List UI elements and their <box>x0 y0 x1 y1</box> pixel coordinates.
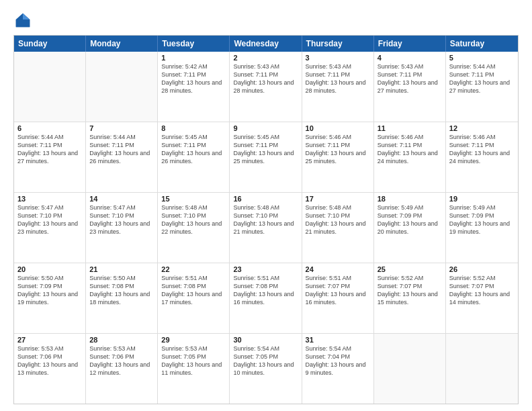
day-number: 20 <box>17 265 82 273</box>
logo-icon <box>13 11 32 30</box>
calendar-cell: 4Sunrise: 5:43 AM Sunset: 7:11 PM Daylig… <box>374 52 446 122</box>
calendar-cell: 22Sunrise: 5:51 AM Sunset: 7:08 PM Dayli… <box>158 263 230 333</box>
calendar-body: 1Sunrise: 5:42 AM Sunset: 7:11 PM Daylig… <box>14 52 518 404</box>
calendar-cell: 25Sunrise: 5:52 AM Sunset: 7:07 PM Dayli… <box>374 263 446 333</box>
day-number: 26 <box>449 265 515 273</box>
day-number: 27 <box>17 336 82 344</box>
cell-info: Sunrise: 5:50 AM Sunset: 7:09 PM Dayligh… <box>17 274 82 307</box>
day-number: 11 <box>378 124 442 132</box>
cell-info: Sunrise: 5:53 AM Sunset: 7:05 PM Dayligh… <box>161 345 226 377</box>
day-number: 4 <box>378 54 442 62</box>
cell-info: Sunrise: 5:47 AM Sunset: 7:10 PM Dayligh… <box>89 203 154 236</box>
day-number: 29 <box>161 336 226 344</box>
day-number: 3 <box>306 54 370 62</box>
svg-rect-2 <box>16 19 30 27</box>
day-number: 9 <box>233 124 298 132</box>
empty-cell <box>446 334 518 404</box>
day-number: 12 <box>449 124 515 132</box>
weekday-header: Saturday <box>446 36 518 52</box>
cell-info: Sunrise: 5:52 AM Sunset: 7:07 PM Dayligh… <box>449 274 515 307</box>
calendar-cell: 20Sunrise: 5:50 AM Sunset: 7:09 PM Dayli… <box>14 263 86 333</box>
cell-info: Sunrise: 5:48 AM Sunset: 7:10 PM Dayligh… <box>161 203 226 236</box>
cell-info: Sunrise: 5:49 AM Sunset: 7:09 PM Dayligh… <box>449 203 515 236</box>
cell-info: Sunrise: 5:44 AM Sunset: 7:11 PM Dayligh… <box>17 133 82 166</box>
day-number: 23 <box>233 265 298 273</box>
calendar-cell: 28Sunrise: 5:53 AM Sunset: 7:06 PM Dayli… <box>86 334 158 404</box>
calendar-cell: 12Sunrise: 5:46 AM Sunset: 7:11 PM Dayli… <box>446 122 518 192</box>
cell-info: Sunrise: 5:45 AM Sunset: 7:11 PM Dayligh… <box>161 133 226 166</box>
calendar-cell: 16Sunrise: 5:48 AM Sunset: 7:10 PM Dayli… <box>230 193 302 263</box>
day-number: 10 <box>306 124 370 132</box>
cell-info: Sunrise: 5:51 AM Sunset: 7:07 PM Dayligh… <box>306 274 370 307</box>
calendar-row: 1Sunrise: 5:42 AM Sunset: 7:11 PM Daylig… <box>14 52 518 122</box>
cell-info: Sunrise: 5:44 AM Sunset: 7:11 PM Dayligh… <box>449 62 515 95</box>
calendar-cell: 3Sunrise: 5:43 AM Sunset: 7:11 PM Daylig… <box>302 52 374 122</box>
cell-info: Sunrise: 5:44 AM Sunset: 7:11 PM Dayligh… <box>89 133 154 166</box>
cell-info: Sunrise: 5:43 AM Sunset: 7:11 PM Dayligh… <box>306 62 370 95</box>
day-number: 25 <box>378 265 442 273</box>
cell-info: Sunrise: 5:50 AM Sunset: 7:08 PM Dayligh… <box>89 274 154 307</box>
calendar-cell: 5Sunrise: 5:44 AM Sunset: 7:11 PM Daylig… <box>446 52 518 122</box>
day-number: 31 <box>306 336 370 344</box>
cell-info: Sunrise: 5:46 AM Sunset: 7:11 PM Dayligh… <box>449 133 515 166</box>
cell-info: Sunrise: 5:51 AM Sunset: 7:08 PM Dayligh… <box>233 274 298 307</box>
cell-info: Sunrise: 5:53 AM Sunset: 7:06 PM Dayligh… <box>17 345 82 377</box>
cell-info: Sunrise: 5:43 AM Sunset: 7:11 PM Dayligh… <box>233 62 298 95</box>
weekday-header: Tuesday <box>158 36 230 52</box>
calendar-cell: 8Sunrise: 5:45 AM Sunset: 7:11 PM Daylig… <box>158 122 230 192</box>
cell-info: Sunrise: 5:42 AM Sunset: 7:11 PM Dayligh… <box>161 62 226 95</box>
weekday-header: Monday <box>86 36 158 52</box>
calendar-row: 27Sunrise: 5:53 AM Sunset: 7:06 PM Dayli… <box>14 333 518 404</box>
cell-info: Sunrise: 5:48 AM Sunset: 7:10 PM Dayligh… <box>233 203 298 236</box>
calendar: SundayMondayTuesdayWednesdayThursdayFrid… <box>13 35 519 404</box>
header <box>13 11 519 30</box>
cell-info: Sunrise: 5:53 AM Sunset: 7:06 PM Dayligh… <box>89 345 154 377</box>
svg-marker-1 <box>23 13 30 19</box>
cell-info: Sunrise: 5:45 AM Sunset: 7:11 PM Dayligh… <box>233 133 298 166</box>
calendar-cell: 29Sunrise: 5:53 AM Sunset: 7:05 PM Dayli… <box>158 334 230 404</box>
day-number: 24 <box>306 265 370 273</box>
day-number: 5 <box>449 54 515 62</box>
calendar-cell: 7Sunrise: 5:44 AM Sunset: 7:11 PM Daylig… <box>86 122 158 192</box>
calendar-cell: 27Sunrise: 5:53 AM Sunset: 7:06 PM Dayli… <box>14 334 86 404</box>
calendar-row: 13Sunrise: 5:47 AM Sunset: 7:10 PM Dayli… <box>14 192 518 263</box>
day-number: 30 <box>233 336 298 344</box>
weekday-header: Sunday <box>14 36 86 52</box>
day-number: 19 <box>449 195 515 203</box>
calendar-row: 6Sunrise: 5:44 AM Sunset: 7:11 PM Daylig… <box>14 122 518 192</box>
calendar-cell: 1Sunrise: 5:42 AM Sunset: 7:11 PM Daylig… <box>158 52 230 122</box>
day-number: 2 <box>233 54 298 62</box>
weekday-header: Wednesday <box>230 36 302 52</box>
empty-cell <box>86 52 158 122</box>
calendar-cell: 13Sunrise: 5:47 AM Sunset: 7:10 PM Dayli… <box>14 193 86 263</box>
day-number: 14 <box>89 195 154 203</box>
day-number: 21 <box>89 265 154 273</box>
calendar-cell: 31Sunrise: 5:54 AM Sunset: 7:04 PM Dayli… <box>302 334 374 404</box>
cell-info: Sunrise: 5:51 AM Sunset: 7:08 PM Dayligh… <box>161 274 226 307</box>
calendar-cell: 26Sunrise: 5:52 AM Sunset: 7:07 PM Dayli… <box>446 263 518 333</box>
calendar-cell: 2Sunrise: 5:43 AM Sunset: 7:11 PM Daylig… <box>230 52 302 122</box>
cell-info: Sunrise: 5:46 AM Sunset: 7:11 PM Dayligh… <box>378 133 442 166</box>
weekday-header: Friday <box>374 36 446 52</box>
day-number: 13 <box>17 195 82 203</box>
day-number: 8 <box>161 124 226 132</box>
calendar-cell: 19Sunrise: 5:49 AM Sunset: 7:09 PM Dayli… <box>446 193 518 263</box>
day-number: 15 <box>161 195 226 203</box>
day-number: 28 <box>89 336 154 344</box>
calendar-header: SundayMondayTuesdayWednesdayThursdayFrid… <box>14 36 518 52</box>
calendar-cell: 11Sunrise: 5:46 AM Sunset: 7:11 PM Dayli… <box>374 122 446 192</box>
calendar-cell: 23Sunrise: 5:51 AM Sunset: 7:08 PM Dayli… <box>230 263 302 333</box>
cell-info: Sunrise: 5:49 AM Sunset: 7:09 PM Dayligh… <box>378 203 442 236</box>
cell-info: Sunrise: 5:47 AM Sunset: 7:10 PM Dayligh… <box>17 203 82 236</box>
calendar-cell: 14Sunrise: 5:47 AM Sunset: 7:10 PM Dayli… <box>86 193 158 263</box>
calendar-row: 20Sunrise: 5:50 AM Sunset: 7:09 PM Dayli… <box>14 263 518 333</box>
logo <box>13 11 35 30</box>
day-number: 7 <box>89 124 154 132</box>
cell-info: Sunrise: 5:43 AM Sunset: 7:11 PM Dayligh… <box>378 62 442 95</box>
day-number: 1 <box>161 54 226 62</box>
day-number: 22 <box>161 265 226 273</box>
weekday-header: Thursday <box>302 36 374 52</box>
calendar-cell: 10Sunrise: 5:46 AM Sunset: 7:11 PM Dayli… <box>302 122 374 192</box>
cell-info: Sunrise: 5:48 AM Sunset: 7:10 PM Dayligh… <box>306 203 370 236</box>
calendar-cell: 21Sunrise: 5:50 AM Sunset: 7:08 PM Dayli… <box>86 263 158 333</box>
